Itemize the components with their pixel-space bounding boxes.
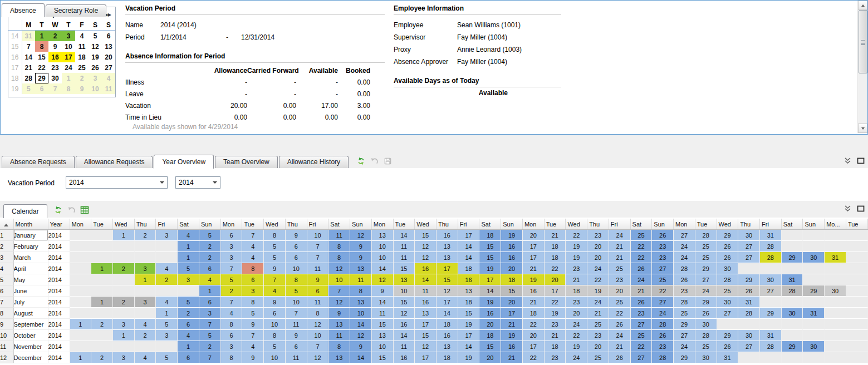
grid-day-cell[interactable]: 8 (285, 274, 307, 285)
grid-day-cell[interactable]: 5 (242, 308, 264, 319)
grid-day-cell[interactable]: 22 (630, 341, 652, 352)
grid-day-cell[interactable]: 12 (415, 252, 437, 263)
grid-year-cell[interactable]: 2014 (48, 263, 70, 274)
grid-day-cell[interactable]: 16 (522, 285, 544, 297)
grid-day-cell[interactable]: 16 (479, 308, 501, 319)
grid-day-cell[interactable]: 21 (522, 297, 544, 308)
grid-day-cell[interactable] (70, 274, 91, 285)
grid-day-cell[interactable]: 18 (501, 274, 523, 285)
year-combo[interactable]: 2014 (175, 176, 220, 189)
grid-day-cell[interactable]: 1 (91, 297, 113, 308)
grid-day-cell[interactable]: 12 (393, 308, 415, 319)
day-column-header[interactable]: Mon (522, 219, 544, 230)
grid-day-cell[interactable]: 6 (307, 285, 328, 297)
grid-day-cell[interactable] (134, 252, 156, 263)
vertical-scrollbar[interactable] (857, 1, 867, 133)
grid-day-cell[interactable]: 25 (609, 297, 630, 308)
grid-day-cell[interactable]: 15 (501, 285, 523, 297)
mini-calendar-day[interactable]: 8 (35, 41, 48, 52)
day-column-header[interactable]: Mon (220, 219, 242, 230)
grid-day-cell[interactable]: 6 (285, 252, 307, 263)
grid-day-cell[interactable]: 19 (566, 252, 587, 263)
grid-year-cell[interactable]: 2014 (48, 341, 70, 352)
grid-day-cell[interactable]: 5 (264, 252, 286, 263)
grid-day-cell[interactable]: 24 (587, 263, 609, 274)
grid-year-cell[interactable]: 2014 (48, 330, 70, 341)
grid-day-cell[interactable]: 17 (522, 241, 544, 252)
grid-day-cell[interactable] (70, 252, 91, 263)
grid-day-cell[interactable]: 11 (307, 297, 328, 308)
grid-day-cell[interactable]: 11 (393, 252, 415, 263)
grid-day-cell[interactable]: 15 (479, 341, 501, 352)
grid-day-cell[interactable]: 10 (264, 352, 286, 363)
grid-day-cell[interactable]: 18 (458, 297, 479, 308)
grid-day-cell[interactable]: 26 (652, 230, 674, 241)
grid-day-cell[interactable]: 23 (566, 297, 587, 308)
grid-day-cell[interactable]: 10 (307, 230, 328, 241)
grid-day-cell[interactable]: 28 (738, 308, 760, 319)
grid-day-cell[interactable]: 13 (371, 330, 393, 341)
grid-day-cell[interactable] (70, 241, 91, 252)
grid-day-cell[interactable]: 8 (350, 285, 372, 297)
mini-calendar-day[interactable]: 18 (75, 52, 89, 62)
grid-day-cell[interactable]: 12 (307, 352, 328, 363)
grid-day-cell[interactable]: 4 (242, 252, 264, 263)
grid-day-cell[interactable] (112, 241, 134, 252)
mini-calendar-day[interactable]: 8 (62, 83, 75, 94)
grid-day-cell[interactable]: 11 (285, 352, 307, 363)
grid-day-cell[interactable] (156, 285, 178, 297)
grid-day-cell[interactable]: 1 (178, 341, 199, 352)
grid-day-cell[interactable]: 30 (781, 308, 803, 319)
refresh-icon[interactable] (51, 204, 65, 216)
grid-day-cell[interactable]: 21 (522, 263, 544, 274)
grid-day-cell[interactable] (846, 285, 867, 297)
day-column-header[interactable]: Mon (371, 219, 393, 230)
day-column-header[interactable]: Sun (350, 219, 372, 230)
grid-day-cell[interactable]: 20 (587, 252, 609, 263)
grid-day-cell[interactable]: 29 (803, 285, 825, 297)
grid-day-cell[interactable]: 20 (501, 297, 523, 308)
grid-day-cell[interactable]: 22 (522, 352, 544, 363)
day-column-header[interactable]: Sun (803, 219, 825, 230)
mini-calendar-day[interactable]: 5 (89, 31, 102, 42)
grid-day-cell[interactable]: 10 (285, 263, 307, 274)
grid-day-cell[interactable]: 19 (458, 319, 479, 330)
day-column-header[interactable]: Sat (781, 219, 803, 230)
grid-day-cell[interactable]: 5 (156, 352, 178, 363)
grid-day-cell[interactable]: 9 (242, 352, 264, 363)
grid-day-cell[interactable]: 9 (307, 274, 328, 285)
grid-day-cell[interactable]: 3 (220, 252, 242, 263)
grid-day-cell[interactable]: 2 (134, 330, 156, 341)
grid-day-cell[interactable]: 16 (393, 352, 415, 363)
grid-day-cell[interactable]: 16 (501, 341, 523, 352)
grid-day-cell[interactable]: 6 (199, 297, 220, 308)
grid-day-cell[interactable]: 29 (674, 352, 695, 363)
day-column-header[interactable]: Fri (307, 219, 328, 230)
grid-day-cell[interactable]: 29 (717, 230, 738, 241)
grid-day-cell[interactable]: 19 (501, 230, 523, 241)
grid-day-cell[interactable]: 12 (307, 319, 328, 330)
grid-day-cell[interactable]: 2 (112, 263, 134, 274)
grid-day-cell[interactable]: 20 (479, 352, 501, 363)
grid-day-cell[interactable]: 11 (393, 341, 415, 352)
grid-day-cell[interactable]: 18 (479, 330, 501, 341)
grid-day-cell[interactable]: 13 (350, 297, 372, 308)
grid-day-cell[interactable]: 21 (609, 341, 630, 352)
grid-day-cell[interactable]: 12 (328, 263, 350, 274)
grid-day-cell[interactable]: 16 (501, 252, 523, 263)
grid-day-cell[interactable]: 7 (220, 263, 242, 274)
grid-day-cell[interactable]: 3 (178, 274, 199, 285)
grid-day-cell[interactable] (825, 230, 846, 241)
mini-calendar-day[interactable]: 7 (22, 41, 35, 52)
grid-day-cell[interactable]: 7 (328, 285, 350, 297)
grid-day-cell[interactable]: 2 (156, 274, 178, 285)
grid-day-cell[interactable]: 23 (674, 285, 695, 297)
tab-allowance-history[interactable]: Allowance History (279, 156, 349, 168)
grid-day-cell[interactable]: 31 (760, 330, 782, 341)
grid-day-cell[interactable]: 15 (436, 274, 458, 285)
grid-day-cell[interactable] (803, 297, 825, 308)
grid-day-cell[interactable]: 5 (178, 297, 199, 308)
grid-day-cell[interactable]: 6 (220, 330, 242, 341)
grid-day-cell[interactable]: 12 (350, 230, 372, 241)
grid-day-cell[interactable]: 2 (199, 341, 220, 352)
